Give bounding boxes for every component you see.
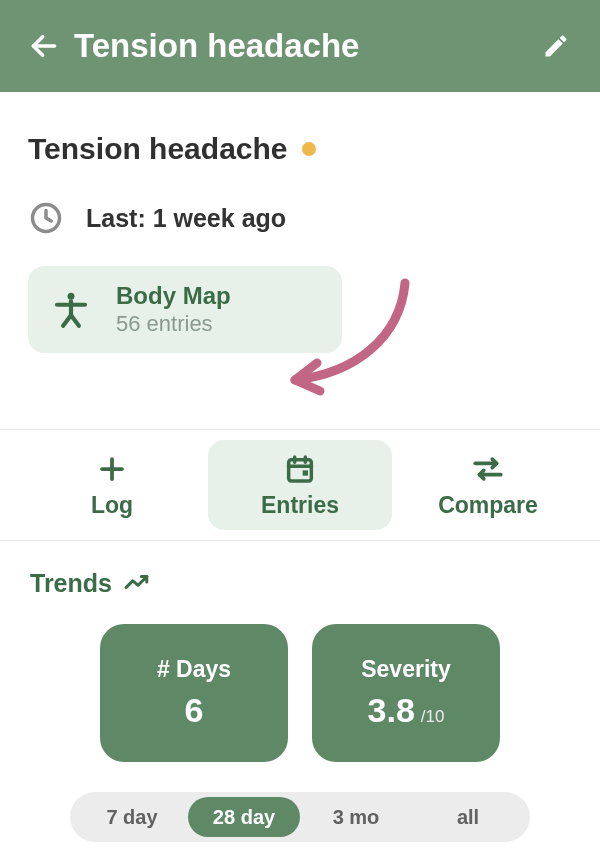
edit-button[interactable] xyxy=(534,24,578,68)
tab-compare-label: Compare xyxy=(438,492,538,519)
pencil-icon xyxy=(542,32,570,60)
range-7day[interactable]: 7 day xyxy=(76,797,188,837)
svg-rect-13 xyxy=(303,470,308,475)
body-map-labels: Body Map 56 entries xyxy=(116,282,231,337)
trend-card-severity-title: Severity xyxy=(361,656,451,683)
range-all[interactable]: all xyxy=(412,797,524,837)
tab-compare[interactable]: Compare xyxy=(396,440,580,530)
trends-heading-row[interactable]: Trends xyxy=(28,569,572,598)
trend-card-severity-suffix: /10 xyxy=(421,707,445,727)
body-map-title: Body Map xyxy=(116,282,231,311)
plus-icon xyxy=(95,452,129,486)
range-3mo[interactable]: 3 mo xyxy=(300,797,412,837)
last-entry-row: Last: 1 week ago xyxy=(28,200,572,236)
range-28day[interactable]: 28 day xyxy=(188,797,300,837)
trend-card-severity-value: 3.8 xyxy=(368,691,415,730)
arrow-left-icon xyxy=(28,30,60,62)
range-segmented-control: 7 day 28 day 3 mo all xyxy=(70,792,530,842)
trend-card-severity[interactable]: Severity 3.8 /10 xyxy=(312,624,500,762)
tab-log-label: Log xyxy=(91,492,133,519)
trend-card-days-value: 6 xyxy=(185,691,204,730)
body-map-card[interactable]: Body Map 56 entries xyxy=(28,266,342,353)
trend-up-icon xyxy=(124,572,150,596)
back-button[interactable] xyxy=(22,24,66,68)
clock-icon xyxy=(28,200,64,236)
tabs-section: Log Entries xyxy=(0,429,600,541)
trends-section: Trends # Days 6 Severity 3.8 /10 xyxy=(0,541,600,862)
svg-rect-9 xyxy=(289,459,312,480)
tab-entries[interactable]: Entries xyxy=(208,440,392,530)
body-map-subtitle: 56 entries xyxy=(116,311,231,337)
header-title: Tension headache xyxy=(74,27,534,65)
svg-line-6 xyxy=(71,315,79,326)
calendar-icon xyxy=(283,452,317,486)
content: Tension headache Last: 1 week ago Body M xyxy=(0,92,600,399)
status-dot-icon xyxy=(302,142,316,156)
trends-heading: Trends xyxy=(30,569,112,598)
body-map-icon xyxy=(50,289,92,331)
last-entry-label: Last: 1 week ago xyxy=(86,204,286,233)
trend-card-days-title: # Days xyxy=(157,656,231,683)
title-row: Tension headache xyxy=(28,132,572,166)
svg-point-2 xyxy=(68,292,75,299)
page-title: Tension headache xyxy=(28,132,288,166)
tab-log[interactable]: Log xyxy=(20,440,204,530)
tab-entries-label: Entries xyxy=(261,492,339,519)
compare-icon xyxy=(471,452,505,486)
app-header: Tension headache xyxy=(0,0,600,92)
trend-card-days[interactable]: # Days 6 xyxy=(100,624,288,762)
